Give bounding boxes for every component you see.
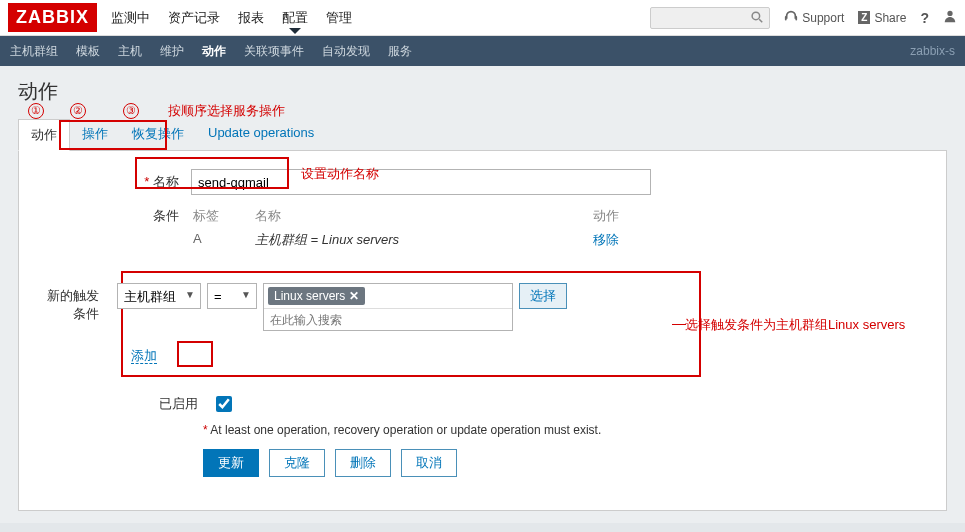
subnav-eventcorr[interactable]: 关联项事件	[244, 43, 304, 60]
subnav-hostgroups[interactable]: 主机群组	[10, 43, 58, 60]
nav-config[interactable]: 配置	[282, 9, 308, 27]
svg-line-1	[760, 19, 763, 22]
tab-update[interactable]: Update operations	[196, 119, 326, 150]
update-button[interactable]: 更新	[203, 449, 259, 477]
nav-inventory[interactable]: 资产记录	[168, 9, 220, 27]
cond-name: 主机群组 = Linux servers	[255, 232, 399, 247]
row-name: * 名称	[31, 169, 934, 195]
row-enabled: 已启用	[31, 395, 934, 413]
cond-remove[interactable]: 移除	[593, 232, 619, 247]
panel-action: 设置动作名称 选择触发条件为主机群组Linux servers * 名称 条件 …	[18, 151, 947, 511]
select-button[interactable]: 选择	[519, 283, 567, 309]
chip-linux-servers: Linux servers✕	[268, 287, 365, 305]
subnav-services[interactable]: 服务	[388, 43, 412, 60]
enabled-label: 已启用	[159, 395, 198, 413]
subnav-maint[interactable]: 维护	[160, 43, 184, 60]
enabled-checkbox[interactable]	[216, 396, 232, 412]
cond-search-input[interactable]	[264, 308, 512, 330]
subnav-templates[interactable]: 模板	[76, 43, 100, 60]
tab-action[interactable]: 动作	[18, 119, 70, 151]
table-row: A 主机群组 = Linux servers 移除	[193, 229, 649, 251]
cancel-button[interactable]: 取消	[401, 449, 457, 477]
annot-line	[672, 324, 686, 325]
button-row: 更新 克隆 删除 取消	[31, 449, 934, 477]
subnav-hosts[interactable]: 主机	[118, 43, 142, 60]
name-field[interactable]	[191, 169, 651, 195]
name-label: 名称	[153, 174, 179, 189]
footer-bar	[0, 523, 965, 532]
search-input[interactable]	[650, 7, 770, 29]
tab-ops[interactable]: 操作	[70, 119, 120, 150]
cond-th-tag: 标签	[193, 205, 253, 227]
user-icon[interactable]	[943, 9, 957, 26]
delete-button[interactable]: 删除	[335, 449, 391, 477]
subnav-actions[interactable]: 动作	[202, 43, 226, 60]
cond-table: 标签 名称 动作 A 主机群组 = Linux servers 移除	[191, 203, 651, 253]
support-label: Support	[802, 11, 844, 25]
cond-label: 条件	[153, 208, 179, 223]
nav-reports[interactable]: 报表	[238, 9, 264, 27]
row-conditions: 条件 标签 名称 动作 A 主机群组 = Linux servers 移除	[31, 203, 934, 253]
cond-tag: A	[193, 229, 253, 251]
support-link[interactable]: Support	[784, 9, 844, 26]
help-icon[interactable]: ?	[920, 10, 929, 26]
new-condition: 新的触发条件 主机群组 = Linux servers✕ 选择 添加	[121, 271, 701, 377]
svg-rect-2	[785, 16, 787, 20]
svg-point-4	[947, 11, 952, 16]
chip-remove-icon[interactable]: ✕	[349, 289, 359, 303]
cond-type-select[interactable]: 主机群组	[117, 283, 201, 309]
subnav-discovery[interactable]: 自动发现	[322, 43, 370, 60]
headset-icon	[784, 9, 798, 26]
tabs: ① ② ③ 按顺序选择服务操作 动作 操作 恢复操作 Update operat…	[18, 119, 947, 151]
cond-th-name: 名称	[255, 205, 552, 227]
logo: ZABBIX	[8, 3, 97, 32]
clone-button[interactable]: 克隆	[269, 449, 325, 477]
nav-monitor[interactable]: 监测中	[111, 9, 150, 27]
warn-line: * At least one operation, recovery opera…	[31, 423, 934, 437]
content: 动作 ① ② ③ 按顺序选择服务操作 动作 操作 恢复操作 Update ope…	[0, 66, 965, 523]
share-icon: Z	[858, 11, 870, 24]
share-link[interactable]: Z Share	[858, 11, 906, 25]
cond-th-act: 动作	[554, 205, 649, 227]
cond-value-multiselect[interactable]: Linux servers✕	[263, 283, 513, 331]
svg-rect-3	[796, 16, 798, 20]
tab-recovery[interactable]: 恢复操作	[120, 119, 196, 150]
sub-nav: 主机群组 模板 主机 维护 动作 关联项事件 自动发现 服务 zabbix-s	[0, 36, 965, 66]
top-bar: ZABBIX 监测中 资产记录 报表 配置 管理 Support Z Share…	[0, 0, 965, 36]
nav-admin[interactable]: 管理	[326, 9, 352, 27]
add-link[interactable]: 添加	[131, 348, 157, 364]
subnav-hostname: zabbix-s	[910, 44, 955, 58]
top-right: Support Z Share ?	[650, 7, 957, 29]
search-icon	[751, 10, 763, 26]
svg-point-0	[752, 12, 760, 20]
annot-trigger: 选择触发条件为主机群组Linux servers	[685, 316, 905, 334]
top-nav: 监测中 资产记录 报表 配置 管理	[111, 9, 352, 27]
cond-op-select[interactable]: =	[207, 283, 257, 309]
page-title: 动作	[18, 78, 947, 105]
newcond-label: 新的触发条件	[41, 283, 111, 323]
share-label: Share	[874, 11, 906, 25]
